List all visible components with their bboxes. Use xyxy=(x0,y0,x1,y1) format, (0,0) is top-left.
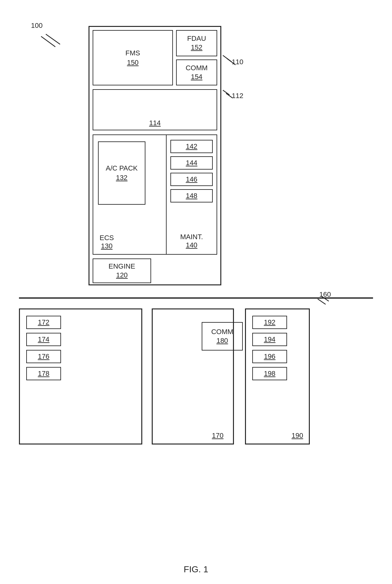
maint-section: 142 144 146 148 MAINT. 140 xyxy=(166,135,217,254)
fms-box: FMS 150 xyxy=(93,30,173,85)
ref190-area: 190 xyxy=(291,432,303,440)
fdau-ref: 152 xyxy=(191,43,203,52)
ref-160-label: 160 xyxy=(319,290,331,299)
bottom-left-box: 172 174 176 178 xyxy=(19,308,142,444)
left-small-btns: 172 174 176 178 xyxy=(26,316,61,380)
fms-ref: 150 xyxy=(127,59,139,67)
btn-174: 174 xyxy=(26,333,61,346)
maint-btn-148: 148 xyxy=(170,189,213,202)
btn-172: 172 xyxy=(26,316,61,329)
ac-pack-box: A/C PACK 132 xyxy=(98,141,145,205)
btn-194: 194 xyxy=(252,333,287,346)
ref170-area: 170 xyxy=(212,432,224,440)
ecs-ref: 130 xyxy=(101,242,113,250)
btn-198: 198 xyxy=(252,367,287,380)
svg-line-1 xyxy=(46,34,60,44)
ref-112-label: 112 xyxy=(232,92,243,100)
btn-196: 196 xyxy=(252,350,287,363)
engine-box: ENGINE 120 xyxy=(93,258,151,283)
comm154-title: COMM xyxy=(186,64,208,72)
mid-section-114: 114 xyxy=(93,89,217,130)
fdau-title: FDAU xyxy=(187,34,206,43)
comm154-ref: 154 xyxy=(191,73,203,81)
svg-line-2 xyxy=(223,55,231,62)
engine-ref: 120 xyxy=(116,271,128,279)
maint-btn-144: 144 xyxy=(170,156,213,170)
bottom-mid-box: COMM 180 170 xyxy=(152,308,234,444)
main-system-box: FMS 150 FDAU 152 COMM 154 114 xyxy=(89,26,221,285)
comm180-title: COMM xyxy=(211,328,233,336)
fdau-box: FDAU 152 xyxy=(176,30,217,56)
ecs-section: A/C PACK 132 ECS 130 142 144 xyxy=(93,134,217,255)
ref114-label: 114 xyxy=(149,119,161,127)
maint-ref: 140 xyxy=(186,241,198,249)
maint-title: MAINT. xyxy=(180,233,203,241)
btn-192: 192 xyxy=(252,316,287,329)
maint-label-area: MAINT. 140 xyxy=(180,230,203,249)
ref-100-label: 100 xyxy=(31,22,43,30)
ref170-label: 170 xyxy=(212,432,224,440)
ac-pack-ref: 132 xyxy=(116,174,128,182)
maint-btn-142: 142 xyxy=(170,140,213,153)
comm154-box: COMM 154 xyxy=(176,59,217,86)
ref-110-label: 110 xyxy=(232,58,243,66)
ecs-left: A/C PACK 132 ECS 130 xyxy=(93,135,166,254)
comm180-box: COMM 180 xyxy=(202,322,243,351)
engine-title: ENGINE xyxy=(108,262,135,270)
maint-btn-146: 146 xyxy=(170,173,213,186)
fms-title: FMS xyxy=(126,49,140,57)
comm180-ref: 180 xyxy=(217,337,228,345)
right-col: FDAU 152 COMM 154 xyxy=(176,30,217,85)
ecs-label-area: ECS 130 xyxy=(100,234,114,250)
diagram: 100 FMS 150 FDAU 152 COMM 154 xyxy=(0,0,392,584)
fig1-label: FIG. 1 xyxy=(184,564,208,575)
maint-buttons: 142 144 146 148 xyxy=(170,140,213,202)
ecs-title: ECS xyxy=(100,234,114,242)
btn-178: 178 xyxy=(26,367,61,380)
svg-line-6 xyxy=(318,299,326,304)
right-small-btns: 192 194 196 198 xyxy=(252,316,287,380)
svg-line-0 xyxy=(41,36,55,47)
ref190-label: 190 xyxy=(291,432,303,440)
svg-line-4 xyxy=(223,90,230,95)
top-section: FMS 150 FDAU 152 COMM 154 xyxy=(93,30,217,85)
btn-176: 176 xyxy=(26,350,61,363)
ac-pack-title: A/C PACK xyxy=(106,164,138,172)
bottom-right-box: 192 194 196 198 190 xyxy=(245,308,310,444)
